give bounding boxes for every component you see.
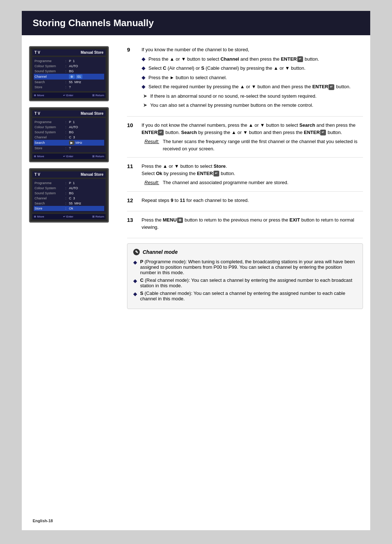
step-number-13: 13 — [127, 216, 136, 223]
tv-screen-1: T V Manual Store Programme : P 1 Colour … — [29, 46, 109, 101]
tv-footer-1: ⊕ Move ↵ Enter ⊞ Return — [32, 93, 106, 98]
channel-icon: ⊕ — [69, 74, 75, 79]
tv-row: Colour System : AUTO — [34, 125, 103, 130]
result-text-10: The tuner scans the frequency range unti… — [163, 138, 363, 152]
page: Storing Channels Manually T V Manual Sto… — [22, 11, 370, 530]
tv-row: Colour System : AUTO — [34, 186, 103, 191]
tv-header-2: T V Manual Store — [32, 110, 106, 117]
result-label-11: Result: — [144, 179, 159, 186]
tv-footer-return: ⊞ Return — [92, 155, 104, 158]
step-12-text: Repeat steps 9 to 11 for each channel to… — [142, 197, 363, 204]
tv-row-search-highlight: Search ▶ MHz — [34, 140, 104, 146]
enter-button-icon: ↵ — [320, 130, 326, 135]
step-9-note-1-text: If there is an abnormal sound or no soun… — [150, 93, 317, 100]
channel-number: 01 — [76, 74, 82, 79]
tv-menu-title-1: Manual Store — [40, 50, 103, 54]
tv-row: Channel : C 3 — [34, 135, 103, 140]
tv-header-1: T V Manual Store — [32, 49, 106, 56]
step-9-note-1: ➤ If there is an abnormal sound or no so… — [143, 93, 363, 100]
tv-row: Programme : P 1 — [34, 58, 103, 64]
tv-footer-move: ⊕ Move — [34, 155, 44, 158]
step-12: 12 Repeat steps 9 to 11 for each channel… — [127, 197, 363, 212]
diamond-icon: ◆ — [133, 259, 137, 266]
tv-row: Sound System : BG — [34, 191, 103, 196]
tv-footer-move: ⊕ Move — [34, 215, 44, 218]
arrow-icon: ➤ — [143, 102, 147, 109]
tv-footer-enter: ↵ Enter — [63, 155, 73, 158]
step-10-text: If you do not know the channel numbers, … — [142, 122, 363, 136]
channel-mode-p-text: P (Programme mode): When tuning is compl… — [140, 259, 357, 275]
enter-button-icon: ↵ — [158, 130, 164, 135]
step-11-result: Result: The channel and associated progr… — [144, 179, 363, 186]
step-number-11: 11 — [127, 163, 136, 169]
tv-row: Sound System : BG — [34, 69, 103, 74]
footer-text: English-18 — [33, 519, 53, 523]
tv-menu-title-2: Manual Store — [40, 111, 103, 115]
step-number-12: 12 — [127, 197, 136, 203]
tv-footer-move: ⊕ Move — [34, 94, 44, 97]
channel-mode-c-text: C (Real channel mode): You can select a … — [140, 277, 357, 288]
channel-mode-s-text: S (Cable channel mode): You can select a… — [140, 291, 357, 301]
diamond-icon: ◆ — [142, 83, 146, 90]
tv-footer-3: ⊕ Move ↵ Enter ⊞ Return — [32, 214, 106, 219]
enter-button-icon: ↵ — [297, 56, 303, 62]
tv-row: Search : 55 MHz — [34, 80, 103, 85]
diamond-icon: ◆ — [133, 277, 137, 285]
search-icon: ▶ — [69, 141, 74, 145]
tv-label-2: T V — [34, 111, 40, 115]
step-11: 11 Press the ▲ or ▼ button to select Sto… — [127, 163, 363, 192]
tv-body-2: Programme : P 1 Colour System : AUTO Sou… — [32, 118, 106, 152]
tv-row: Store : ? — [34, 85, 103, 90]
step-13-text: Press the MENU⊞ button to return to the … — [142, 216, 363, 231]
step-9-content: If you know the number of the channel to… — [142, 46, 363, 111]
tv-header-3: T V Manual Store — [32, 171, 106, 178]
step-10: 10 If you do not know the channel number… — [127, 122, 363, 158]
step-9-note-2-text: You can also set a channel by pressing n… — [150, 102, 313, 109]
arrow-icon: ➤ — [143, 93, 147, 100]
tv-screen-2: T V Manual Store Programme : P 1 Colour … — [29, 107, 109, 162]
menu-button-icon: ⊞ — [177, 218, 183, 223]
tv-row: Search : 55 MHz — [34, 201, 103, 206]
step-number-9: 9 — [127, 46, 136, 53]
step-9-bullet-2-text: Select C (Air channel) or S (Cable chann… — [148, 65, 306, 72]
result-label-10: Result: — [144, 138, 159, 152]
step-11-content: Press the ▲ or ▼ button to select Store.… — [142, 163, 363, 186]
step-12-content: Repeat steps 9 to 11 for each channel to… — [142, 197, 363, 206]
result-text-11: The channel and associated programme num… — [163, 179, 288, 186]
tv-screen-3: T V Manual Store Programme : P 1 Colour … — [29, 168, 109, 223]
enter-button-icon: ↵ — [328, 84, 334, 90]
tv-footer-return: ⊞ Return — [92, 94, 104, 97]
note-icon: ✎ — [133, 249, 140, 255]
step-9-bullet-2: ◆ Select C (Air channel) or S (Cable cha… — [142, 65, 363, 72]
channel-mode-title-text: Channel mode — [143, 249, 177, 255]
tv-row: Programme : P 1 — [34, 119, 103, 125]
tv-footer-return: ⊞ Return — [92, 215, 104, 218]
tv-footer-2: ⊕ Move ↵ Enter ⊞ Return — [32, 154, 106, 159]
tv-label-1: T V — [34, 50, 40, 54]
tv-row: Store : ? — [34, 146, 103, 151]
step-9-note-2: ➤ You can also set a channel by pressing… — [143, 102, 363, 109]
tv-row-store-highlight: Store : Ok — [34, 206, 104, 211]
tv-label-3: T V — [34, 172, 40, 176]
diamond-icon: ◆ — [142, 56, 146, 63]
enter-button-icon: ↵ — [213, 171, 219, 176]
step-13-content: Press the MENU⊞ button to return to the … — [142, 216, 363, 233]
tv-footer-enter: ↵ Enter — [63, 94, 73, 97]
content-area: T V Manual Store Programme : P 1 Colour … — [22, 42, 370, 316]
tv-row: Colour System : AUTO — [34, 64, 103, 69]
step-number-10: 10 — [127, 122, 136, 128]
tv-row-channel-highlight: Channel ⊕ 01 — [34, 74, 104, 80]
diamond-icon: ◆ — [142, 65, 146, 72]
step-9-bullet-3: ◆ Press the ► button to select channel. — [142, 74, 363, 81]
left-panel: T V Manual Store Programme : P 1 Colour … — [29, 46, 116, 309]
tv-row: Programme : P 1 — [34, 180, 103, 186]
step-9-bullet-3-text: Press the ► button to select channel. — [148, 74, 227, 81]
channel-mode-title: ✎ Channel mode — [133, 249, 357, 255]
page-title: Storing Channels Manually — [33, 17, 359, 29]
tv-body-1: Programme : P 1 Colour System : AUTO Sou… — [32, 57, 106, 91]
title-bar: Storing Channels Manually — [22, 11, 370, 35]
diamond-icon: ◆ — [142, 74, 146, 81]
channel-mode-section: ✎ Channel mode ◆ P (Programme mode): Whe… — [127, 243, 363, 309]
channel-mode-item-s: ◆ S (Cable channel mode): You can select… — [133, 291, 357, 301]
step-10-content: If you do not know the channel numbers, … — [142, 122, 363, 152]
